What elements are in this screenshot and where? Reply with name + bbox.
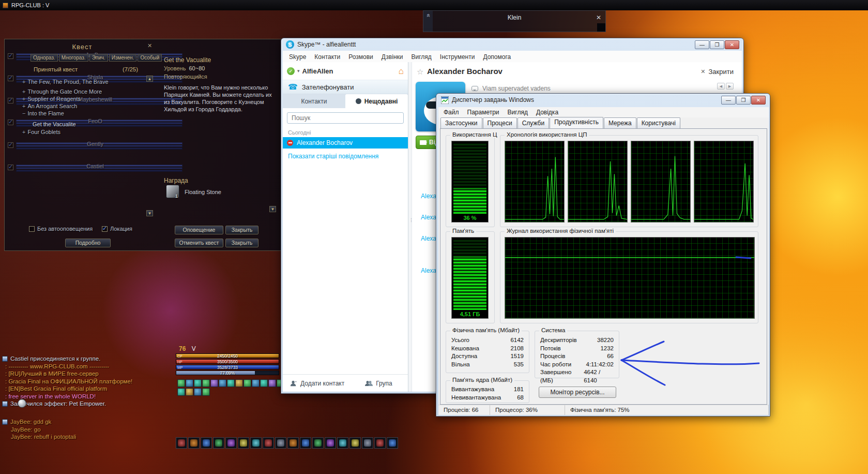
quest-list-item[interactable]: +The Few, The Proud, The Brave	[22, 79, 109, 85]
nav-forward-icon[interactable]: ▶	[726, 83, 734, 90]
quest-tab-epic[interactable]: Эпич.	[89, 54, 108, 62]
collapse-icon[interactable]: −	[22, 110, 25, 116]
expand-icon[interactable]: +	[22, 129, 25, 135]
party-member[interactable]: Castiel	[8, 164, 182, 172]
skype-titlebar[interactable]: S Skype™ - alfieallenttt	[281, 38, 743, 51]
tab-contacts[interactable]: Контакти	[283, 94, 345, 108]
hotbar-slot[interactable]	[238, 437, 249, 449]
chevron-down-icon[interactable]: ▾	[297, 68, 300, 73]
tab-users[interactable]: Користувачі	[637, 117, 680, 128]
conversation-close[interactable]: ✕Закрити	[701, 68, 734, 76]
tab-processes[interactable]: Процеси	[483, 117, 517, 128]
hotbar-slot[interactable]	[275, 437, 286, 449]
self-profile[interactable]: ✓ ▾ AlfieAllen ⌂	[283, 62, 408, 80]
klein-window[interactable]: » Klein ✕	[423, 10, 606, 32]
hotbar-slot[interactable]	[250, 437, 262, 449]
hotbar-slot[interactable]	[287, 437, 299, 449]
menu-calls[interactable]: Дзвінки	[377, 52, 407, 62]
menu-view[interactable]: Вигляд	[504, 107, 532, 117]
add-contact-button[interactable]: Додати контакт	[290, 380, 344, 387]
status-online-icon[interactable]: ✓	[287, 67, 295, 75]
hotbar-slot[interactable]	[374, 437, 386, 449]
tab-services[interactable]: Служби	[517, 117, 550, 128]
resource-monitor-button[interactable]: Монітор ресурсів...	[539, 387, 616, 398]
hotbar-slot[interactable]	[325, 437, 336, 449]
hotbar-slot[interactable]	[349, 437, 361, 449]
nav-back-icon[interactable]: ◀	[717, 83, 725, 90]
quest-window-title: Квест	[5, 43, 160, 51]
menu-options[interactable]: Параметри	[463, 107, 504, 117]
hotbar-slot[interactable]	[188, 437, 200, 449]
tab-performance[interactable]: Продуктивність	[550, 117, 603, 128]
hotbar-slot[interactable]	[263, 437, 274, 449]
tab-recent[interactable]: Нещодавні	[345, 94, 408, 108]
quest-close-icon[interactable]: ✕	[147, 42, 152, 49]
close-button[interactable]: ✕	[725, 40, 739, 49]
menu-help[interactable]: Допомога	[479, 52, 515, 62]
memory-meter-fill	[453, 257, 486, 310]
hotbar-slot[interactable]	[201, 437, 212, 449]
call-phones-row[interactable]: ☎ Зателефонувати	[283, 80, 408, 94]
location-checkbox[interactable]	[102, 226, 108, 232]
search-input[interactable]	[287, 112, 404, 124]
quest-list-item[interactable]: +Through the Gate Once More	[22, 88, 102, 95]
hotbar-slot[interactable]	[337, 437, 348, 449]
chat-line: JayBee: gdd gk	[2, 418, 180, 426]
contact-list-item[interactable]: Alexander Bocharov	[283, 137, 408, 149]
quest-list-item[interactable]: +An Arrogant Search	[22, 103, 77, 109]
expand-icon[interactable]: +	[22, 79, 25, 85]
hotbar-slot[interactable]	[312, 437, 324, 449]
hotbar-slot[interactable]	[387, 437, 398, 449]
quest-tab-onetime[interactable]: Однораз.	[31, 54, 58, 62]
hotbar-slot[interactable]	[213, 437, 224, 449]
quest-tab-repeat[interactable]: Многораз.	[59, 54, 88, 62]
details-button[interactable]: Подробно	[65, 239, 111, 247]
auto-notify-checkbox[interactable]	[29, 226, 35, 232]
favorite-star-icon[interactable]: ☆	[417, 67, 423, 77]
party-member[interactable]: Gently	[8, 141, 182, 150]
menu-view[interactable]: Вигляд	[407, 52, 435, 62]
maximize-button[interactable]: ❐	[736, 96, 751, 105]
minimize-button[interactable]: —	[695, 40, 709, 49]
tm-statusbar: Процесів: 66 Процесор: 36% Фізична пам'я…	[438, 405, 769, 415]
hotbar-slot[interactable]	[225, 437, 237, 449]
hotbar-slot[interactable]	[300, 437, 311, 449]
home-icon[interactable]: ⌂	[399, 67, 404, 76]
close-button[interactable]: Закрыть	[225, 226, 258, 234]
notify-button[interactable]: Оповещение	[175, 226, 223, 234]
tm-titlebar[interactable]: Диспетчер завдань Windows	[436, 94, 770, 106]
quest-list-item[interactable]: +Supplier of Reagents	[22, 96, 81, 102]
close-button[interactable]: Закрыть	[225, 239, 258, 247]
klein-close-icon[interactable]: ✕	[596, 14, 601, 21]
menu-conversations[interactable]: Розмови	[344, 52, 377, 62]
show-older-link[interactable]: Показати старіші повідомлення	[283, 149, 408, 164]
menu-help[interactable]: Довідка	[532, 107, 562, 117]
splitter-handle-icon[interactable]: ⋮	[409, 217, 414, 223]
expand-icon[interactable]: +	[22, 103, 25, 109]
character-status[interactable]: 76 V	[179, 345, 196, 352]
group-button[interactable]: Група	[365, 380, 392, 387]
close-button[interactable]: ✕	[751, 96, 766, 105]
hotbar-slot[interactable]	[176, 437, 187, 449]
menu-skype[interactable]: Skype	[285, 52, 310, 62]
panel-splitter[interactable]: ⋮	[408, 62, 412, 392]
tab-network[interactable]: Мережа	[604, 117, 636, 128]
menu-tools[interactable]: Інструменти	[436, 52, 479, 62]
quest-tab-special[interactable]: Особый	[138, 54, 162, 62]
expand-icon[interactable]: +	[22, 88, 25, 95]
quest-tab-changed[interactable]: Изменен.	[109, 54, 137, 62]
cancel-quest-button[interactable]: Отменить квест	[175, 239, 223, 247]
quest-list-item[interactable]: −Into the Flame	[22, 110, 64, 116]
scroll-up-icon[interactable]: ▲	[146, 76, 153, 82]
menu-file[interactable]: Файл	[439, 107, 463, 117]
minimize-button[interactable]: —	[721, 96, 736, 105]
quest-list-subitem[interactable]: Get the Vacualite	[33, 121, 76, 127]
tab-applications[interactable]: Застосунки	[440, 117, 482, 128]
menu-contacts[interactable]: Контакти	[310, 52, 344, 62]
hotbar-slot[interactable]	[362, 437, 373, 449]
quest-list-item[interactable]: +Four Goblets	[22, 129, 60, 135]
scroll-down-icon[interactable]: ▼	[146, 210, 153, 216]
expand-icon[interactable]: +	[22, 96, 25, 102]
detail-scroll-down-icon[interactable]: ▼	[269, 206, 276, 212]
maximize-button[interactable]: ❐	[710, 40, 724, 49]
